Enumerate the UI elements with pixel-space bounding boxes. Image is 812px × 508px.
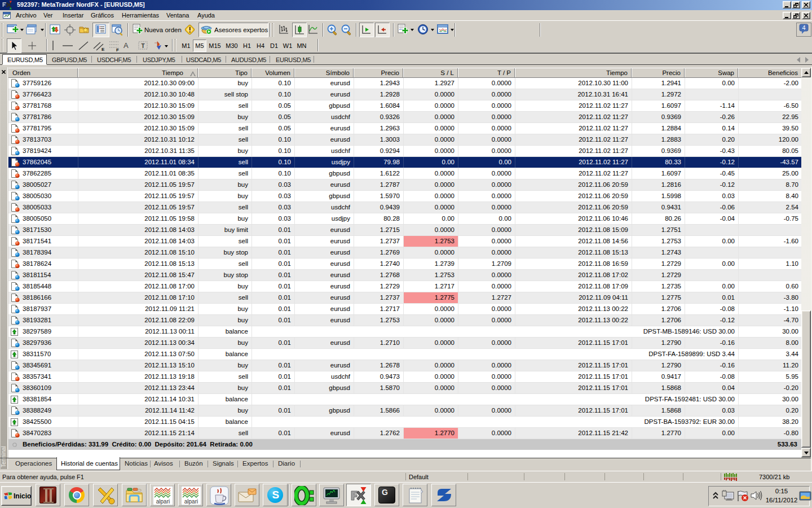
svg-text:E: E <box>102 47 105 52</box>
svg-text:T: T <box>141 43 144 49</box>
svg-text:alpari: alpari <box>184 498 198 505</box>
svg-text:4: 4 <box>802 24 805 31</box>
svg-text:F: F <box>116 47 119 52</box>
svg-text:alpari: alpari <box>156 498 170 505</box>
